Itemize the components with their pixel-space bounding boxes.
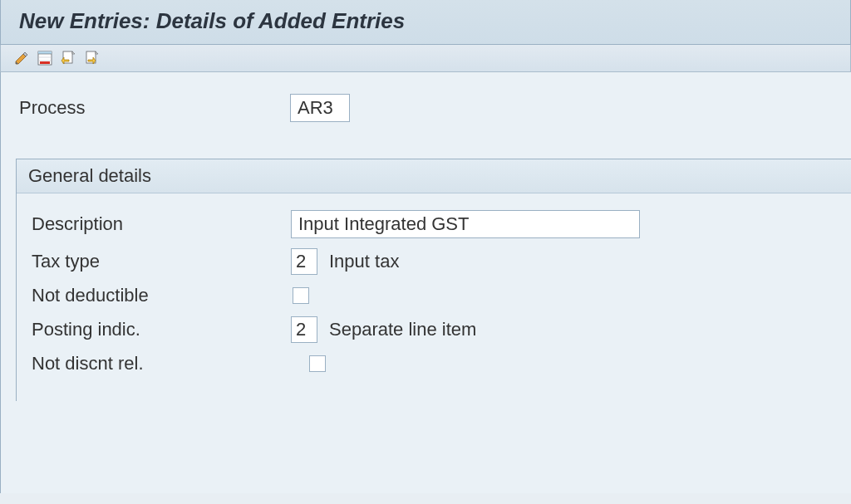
not-discnt-label: Not discnt rel. (17, 353, 291, 374)
next-entry-icon (84, 51, 99, 66)
next-entry-button[interactable] (82, 49, 101, 67)
previous-entry-icon (61, 51, 76, 66)
title-bar: New Entries: Details of Added Entries (0, 0, 851, 45)
delete-row-icon (37, 51, 52, 66)
posting-indic-description: Separate line item (329, 319, 476, 340)
toolbar (0, 45, 851, 72)
description-input[interactable] (291, 210, 640, 238)
not-deductible-row: Not deductible (17, 285, 851, 306)
tax-type-input[interactable] (291, 248, 317, 275)
not-deductible-label: Not deductible (17, 285, 291, 306)
posting-indic-label: Posting indic. (17, 319, 291, 340)
posting-indic-row: Posting indic. Separate line item (17, 316, 851, 343)
process-row: Process (16, 94, 851, 122)
general-details-group: General details Description Tax type Inp… (16, 159, 851, 401)
delete-button[interactable] (36, 49, 54, 67)
svg-rect-5 (40, 61, 50, 64)
content-area: Process General details Description Tax … (0, 72, 851, 493)
svg-rect-1 (38, 51, 52, 54)
window: New Entries: Details of Added Entries (0, 0, 851, 504)
description-label: Description (17, 213, 291, 235)
process-input[interactable] (290, 94, 350, 122)
not-discnt-checkbox[interactable] (309, 355, 326, 372)
previous-entry-button[interactable] (59, 49, 77, 67)
not-discnt-row: Not discnt rel. (17, 353, 851, 374)
tax-type-row: Tax type Input tax (17, 248, 851, 275)
process-label: Process (16, 97, 290, 119)
general-details-title: General details (17, 159, 851, 193)
description-row: Description (17, 210, 851, 238)
edit-button[interactable] (12, 49, 31, 67)
posting-indic-input[interactable] (291, 316, 317, 343)
page-title: New Entries: Details of Added Entries (19, 8, 832, 34)
tax-type-label: Tax type (17, 251, 291, 272)
edit-pencil-icon (14, 51, 29, 66)
tax-type-description: Input tax (329, 251, 399, 272)
not-deductible-checkbox[interactable] (293, 287, 309, 304)
